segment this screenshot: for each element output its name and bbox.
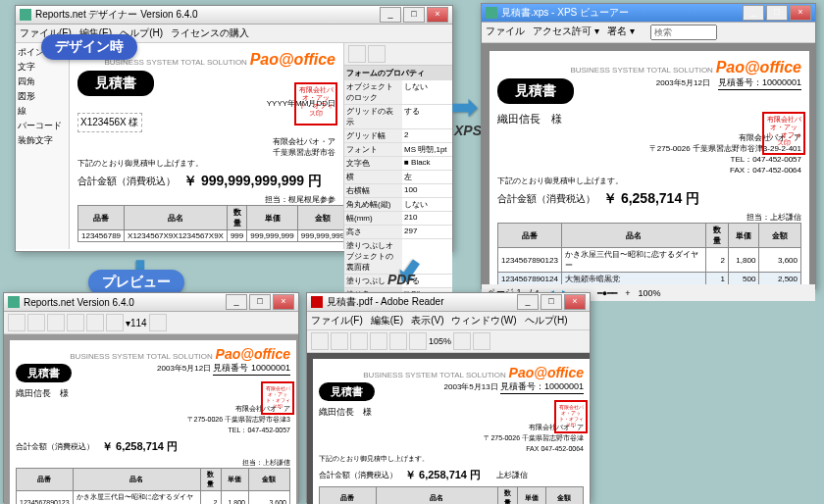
prop-row[interactable]: グリッド幅2 (344, 129, 452, 143)
next-icon[interactable] (86, 314, 104, 331)
th: 金額 (248, 469, 289, 491)
minimize-button[interactable]: _ (226, 294, 247, 310)
tool-barcode[interactable]: バーコード (18, 119, 67, 133)
tool-icon[interactable] (453, 332, 471, 350)
tool-rect[interactable]: 四角 (18, 75, 67, 89)
sign-icon[interactable] (473, 332, 490, 350)
total: ￥ 6,258,714 円 (603, 190, 699, 208)
tool-text[interactable]: 文字 (18, 60, 67, 75)
open-icon[interactable] (311, 332, 329, 350)
properties-panel: フォームのプロパティ オブジェクトのロックしないグリッドの表示するグリッド幅2フ… (343, 43, 452, 249)
preview-titlebar[interactable]: Reports.net Version 6.4.0 _ □ × (4, 293, 298, 312)
logo: Pao@office (216, 346, 290, 362)
prev-icon[interactable] (389, 332, 407, 350)
last-icon[interactable] (106, 314, 124, 331)
table-row: 123456789X1234567X9X1234567X9X999999,999… (78, 230, 344, 242)
th: 単価 (518, 487, 545, 505)
tool-line[interactable]: 線 (18, 104, 67, 119)
zoom-dropdown[interactable]: ▾114 (126, 318, 147, 328)
design-time-label: デザイン時 (41, 34, 137, 60)
brand-tag: BUSINESS SYSTEM TOTAL SOLUTION (70, 352, 213, 361)
th: 品名 (376, 487, 497, 505)
prop-row[interactable]: フォントMS 明朝,1pt (344, 143, 452, 157)
preview-table: 品番品名数量単価金額1234567890123かき氷屋三代目〜昭和に恋するダイヤ… (16, 468, 290, 504)
th: 単価 (221, 469, 248, 491)
total-label: 合計金額（消費税込） (77, 175, 176, 188)
brand-tag: BUSINESS SYSTEM TOTAL SOLUTION (363, 371, 506, 379)
pdf-icon (311, 296, 323, 308)
maximize-button[interactable]: □ (403, 7, 425, 23)
pdf-menubar: ファイル(F) 編集(E) 表示(V) ウィンドウ(W) ヘルプ(H) (307, 312, 590, 330)
company-seal: 有限会社パオ・アット・オフィス印 (762, 112, 805, 155)
total-amount: ￥ 999,999,999,999 円 (183, 173, 322, 190)
zoom-value[interactable]: 105% (429, 336, 451, 346)
number: 10000001 (544, 381, 584, 391)
prop-row[interactable]: 文字色■ Black (344, 157, 452, 171)
close-button[interactable]: × (273, 294, 294, 310)
tel: TEL：047-452-0057 (16, 425, 290, 435)
xps-titlebar[interactable]: 見積書.xps - XPS ビューアー _ □ × (482, 4, 815, 23)
manager: 担当：上杉謙信 (497, 212, 801, 223)
prev-icon[interactable] (67, 314, 84, 331)
tool-shape[interactable]: 図形 (18, 89, 67, 104)
zoom-icon[interactable] (149, 314, 167, 331)
customer-field[interactable]: X123456X 様 (77, 113, 142, 132)
save-icon[interactable] (27, 314, 45, 331)
menu-view[interactable]: 表示(V) (411, 314, 443, 328)
menu-license[interactable]: ライセンスの購入 (171, 26, 249, 40)
first-icon[interactable] (47, 314, 65, 331)
doc-title: 見積書 (319, 382, 375, 401)
design-canvas[interactable]: BUSINESS SYSTEM TOTAL SOLUTION Pao@offic… (70, 43, 343, 249)
menu-file[interactable]: ファイル(F) (311, 314, 363, 328)
prop-row[interactable]: 角丸め幅(縦)しない (344, 198, 452, 212)
print-icon[interactable] (350, 332, 368, 350)
maximize-button[interactable]: □ (541, 294, 562, 310)
designer-titlebar[interactable]: Reports.net デザイナー Version 6.4.0 _ □ × (16, 6, 452, 25)
menu-edit[interactable]: 編集(E) (371, 314, 403, 328)
prop-row[interactable]: 高さ297 (344, 226, 452, 239)
th: 品番 (320, 487, 377, 505)
number-label: 見積番号： (718, 77, 762, 87)
save-icon[interactable] (331, 332, 348, 350)
maximize-button[interactable]: □ (766, 5, 788, 21)
minimize-button[interactable]: _ (743, 5, 764, 21)
xps-title: 見積書.xps - XPS ビューアー (501, 6, 629, 20)
total: ￥ 6,258,714 円 (405, 468, 481, 482)
prop-row[interactable]: オブジェクトのロックしない (344, 80, 452, 105)
minimize-button[interactable]: _ (517, 294, 539, 310)
xps-icon (486, 7, 497, 19)
zoom-in-icon[interactable]: + (625, 288, 630, 298)
prop-row[interactable]: 右横幅100 (344, 184, 452, 198)
menu-sign[interactable]: 署名 ▾ (607, 25, 635, 40)
close-button[interactable]: × (790, 5, 811, 21)
total-label: 合計金額（消費税込） (319, 470, 397, 480)
menu-access[interactable]: アクセス許可 ▾ (533, 25, 599, 40)
mail-icon[interactable] (370, 332, 387, 350)
prop-row[interactable]: 幅(mm)210 (344, 212, 452, 226)
date: 2003年5月12日 (157, 364, 211, 373)
prop-row[interactable]: グリッドの表示する (344, 105, 452, 129)
doc-title: 見積書 (77, 71, 154, 96)
pdf-titlebar[interactable]: 見積書.pdf - Adobe Reader _ □ × (307, 293, 590, 312)
minimize-button[interactable]: _ (380, 7, 401, 23)
tool-decotext[interactable]: 装飾文字 (18, 133, 67, 148)
th-name: 品名 (125, 206, 228, 230)
print-icon[interactable] (8, 314, 26, 331)
menu-window[interactable]: ウィンドウ(W) (451, 314, 516, 328)
prop-tool[interactable] (368, 45, 386, 63)
zoom-slider[interactable]: ━●━━ (597, 288, 617, 298)
prop-tool[interactable] (348, 45, 366, 63)
pdf-page: BUSINESS SYSTEM TOTAL SOLUTION Pao@offic… (313, 359, 590, 504)
next-icon[interactable] (409, 332, 427, 350)
close-button[interactable]: × (564, 294, 586, 310)
logo: Pao@office (509, 365, 584, 380)
prop-row[interactable]: 横左 (344, 171, 452, 184)
maximize-button[interactable]: □ (249, 294, 271, 310)
close-button[interactable]: × (427, 7, 448, 23)
preview-page: BUSINESS SYSTEM TOTAL SOLUTION Pao@offic… (10, 340, 296, 504)
menu-file[interactable]: ファイル (486, 25, 525, 40)
zoom-value: 100% (639, 288, 661, 298)
menu-help[interactable]: ヘルプ(H) (525, 314, 568, 328)
tel: TEL：047-452-0057 (497, 154, 801, 165)
search-input[interactable] (650, 25, 717, 40)
